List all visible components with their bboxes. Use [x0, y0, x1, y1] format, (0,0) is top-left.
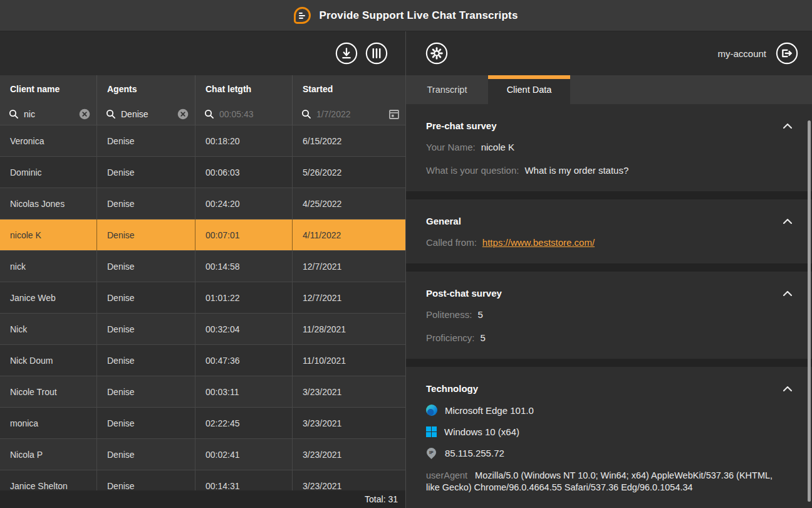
cell-agent: Denise [97, 188, 195, 219]
browser-value: Microsoft Edge 101.0 [445, 405, 534, 416]
cell-chat-length: 00:03:11 [195, 376, 293, 407]
edge-browser-icon [426, 405, 437, 416]
cell-started: 3/23/2021 [293, 408, 405, 438]
table-row[interactable]: nick Denise 00:14:58 12/7/2021 [0, 251, 405, 282]
section-title: Post-chat survey [426, 288, 502, 299]
collapse-section-button[interactable] [783, 123, 792, 129]
cell-chat-length: 00:47:36 [195, 345, 293, 376]
table-row[interactable]: Nick Doum Denise 00:47:36 11/10/2021 [0, 345, 405, 376]
columns-icon [365, 41, 388, 65]
cell-chat-length: 00:07:01 [195, 220, 293, 250]
tab-transcript[interactable]: Transcript [406, 75, 488, 104]
section-separator [406, 359, 812, 367]
cell-started: 11/10/2021 [293, 345, 405, 376]
clear-icon [79, 108, 90, 120]
table-footer: Total: 31 [0, 490, 405, 508]
cell-chat-length: 00:18:20 [195, 125, 293, 156]
table-row[interactable]: Dominic Denise 00:06:03 5/26/2022 [0, 157, 405, 188]
cell-chat-length: 00:06:03 [195, 157, 293, 188]
column-header-client-name[interactable]: Client name [0, 75, 97, 103]
cell-agent: Denise [97, 125, 195, 156]
chat-length-filter-input[interactable] [219, 109, 286, 119]
table-row[interactable]: Nicolas Jones Denise 00:24:20 4/25/2022 [0, 188, 405, 220]
started-filter-input[interactable] [316, 109, 383, 119]
cell-agent: Denise [97, 220, 195, 250]
table-row[interactable]: Nicole Trout Denise 00:03:11 3/23/2021 [0, 376, 405, 408]
cell-started: 12/7/2021 [293, 282, 405, 313]
client-name-filter-input[interactable] [24, 109, 74, 119]
cell-chat-length: 00:02:41 [195, 439, 293, 470]
app-title: Provide Support Live Chat Transcripts [319, 9, 518, 22]
column-header-agents[interactable]: Agents [97, 75, 195, 103]
collapse-section-button[interactable] [783, 386, 792, 392]
cell-client-name: Veronica [0, 125, 97, 156]
table-row[interactable]: Janice Shelton Denise 00:14:31 3/23/2021 [0, 470, 405, 490]
clear-agents-filter-button[interactable] [177, 108, 189, 120]
field-value: What is my order status? [524, 165, 628, 176]
scrollbar-thumb[interactable] [808, 120, 811, 502]
table-header: Client name Agents Chat letgth Started [0, 75, 405, 125]
ip-value: 85.115.255.72 [445, 448, 504, 458]
download-button[interactable] [335, 41, 358, 65]
cell-client-name: monica [0, 408, 97, 438]
table-row[interactable]: Nick Denise 00:32:04 11/28/2021 [0, 314, 405, 345]
agents-filter-input[interactable] [121, 109, 172, 119]
cell-client-name: Nicola P [0, 439, 97, 470]
gear-icon [425, 41, 449, 65]
search-icon [106, 109, 116, 119]
cell-chat-length: 02:22:45 [195, 408, 293, 438]
column-header-started[interactable]: Started [293, 75, 406, 103]
table-row-selected[interactable]: nicole K Denise 00:07:01 4/11/2022 [0, 220, 405, 251]
cell-client-name: Janice Shelton [0, 470, 97, 490]
cell-chat-length: 00:24:20 [195, 188, 293, 219]
section-title: Pre-chat survey [426, 120, 497, 131]
section-title: General [426, 216, 461, 226]
field-label: What is your question: [426, 165, 519, 176]
cell-started: 3/23/2021 [293, 470, 405, 490]
ip-location-icon: IP [425, 446, 438, 459]
cell-agent: Denise [97, 376, 195, 407]
called-from-link[interactable]: https://www.beststore.com/ [482, 237, 595, 248]
cell-started: 12/7/2021 [293, 251, 405, 282]
section-separator [406, 263, 812, 272]
column-header-chat-length[interactable]: Chat letgth [195, 75, 293, 103]
search-icon [204, 109, 214, 119]
chevron-up-icon [783, 291, 792, 296]
settings-button[interactable] [425, 41, 449, 65]
clear-client-name-filter-button[interactable] [79, 108, 90, 120]
account-name[interactable]: my-account [717, 48, 766, 59]
chevron-up-icon [783, 124, 792, 129]
client-data-content: Pre-chat survey Your Name:nicole K What … [406, 104, 812, 507]
table-row[interactable]: monica Denise 02:22:45 3/23/2021 [0, 408, 405, 439]
details-tabs: Transcript Client Data [406, 75, 812, 104]
cell-agent: Denise [97, 408, 195, 438]
logout-button[interactable] [775, 41, 799, 65]
collapse-section-button[interactable] [783, 290, 792, 297]
search-icon [301, 109, 311, 119]
cell-client-name: Dominic [0, 157, 97, 188]
section-technology: Technology Microsoft Edge 101.0 Windows … [406, 367, 812, 507]
cell-client-name: nick [0, 251, 97, 282]
field-label: Proficiency: [426, 332, 475, 343]
collapse-section-button[interactable] [783, 218, 792, 225]
cell-started: 4/25/2022 [293, 188, 405, 219]
cell-started: 6/15/2022 [293, 125, 405, 156]
download-icon [335, 41, 358, 65]
field-label: Your Name: [426, 142, 476, 152]
date-picker-button[interactable] [388, 108, 400, 120]
section-pre-chat-survey: Pre-chat survey Your Name:nicole K What … [406, 104, 812, 191]
table-row[interactable]: Janice Web Denise 01:01:22 12/7/2021 [0, 282, 405, 314]
total-count: Total: 31 [365, 494, 398, 504]
columns-button[interactable] [365, 41, 388, 65]
cell-agent: Denise [97, 157, 195, 188]
table-filter-row [0, 103, 405, 125]
cell-client-name: Nicole Trout [0, 376, 97, 407]
os-value: Windows 10 (x64) [444, 426, 519, 437]
table-row[interactable]: Veronica Denise 00:18:20 6/15/2022 [0, 125, 405, 157]
tab-client-data[interactable]: Client Data [488, 75, 570, 104]
cell-client-name: Nicolas Jones [0, 188, 97, 219]
details-toolbar: my-account [406, 31, 812, 75]
windows-icon [426, 426, 437, 437]
transcripts-panel: Client name Agents Chat letgth Started [0, 31, 406, 508]
table-row[interactable]: Nicola P Denise 00:02:41 3/23/2021 [0, 439, 405, 470]
